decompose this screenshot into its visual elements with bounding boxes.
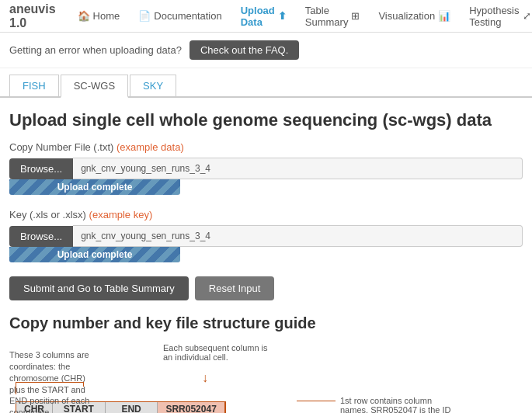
guide-annot-left: These 3 columns are coordinates: the chr… xyxy=(9,349,103,413)
home-icon: 🏠 xyxy=(78,10,90,22)
main-content: Upload single cell whole genome sequenci… xyxy=(0,98,532,413)
copy-number-upload-group: Copy Number File (.txt) (example data) B… xyxy=(9,141,523,195)
col-end: END xyxy=(105,402,158,413)
tab-fish[interactable]: FISH xyxy=(9,75,59,96)
brand: aneuvis 1.0 xyxy=(9,2,56,30)
doc-icon: 📄 xyxy=(138,10,151,22)
left-bracket xyxy=(16,382,84,394)
copy-number-label: Copy Number File (.txt) (example data) xyxy=(9,141,523,153)
nav-links: 🏠 Home 📄 Documentation Upload Data ⬆ Tab… xyxy=(70,2,532,31)
nav-visualization[interactable]: Visualization 📊 xyxy=(370,7,458,25)
key-example-link[interactable]: (example key) xyxy=(89,209,153,220)
key-filename: gnk_cnv_young_sen_runs_3_4 xyxy=(73,225,523,247)
copy-number-filename: gnk_cnv_young_sen_runs_3_4 xyxy=(73,158,523,179)
nav-upload-data[interactable]: Upload Data ⬆ xyxy=(233,2,294,31)
copy-number-upload-row: Browse... gnk_cnv_young_sen_runs_3_4 xyxy=(9,158,523,179)
copy-number-progress-bar: Upload complete xyxy=(9,179,180,195)
nav-home[interactable]: 🏠 Home xyxy=(70,7,128,25)
viz-icon: 📊 xyxy=(438,10,450,22)
copy-number-example-link[interactable]: (example data) xyxy=(116,141,184,153)
key-browse-button[interactable]: Browse... xyxy=(9,226,73,247)
key-progress-bar: Upload complete xyxy=(9,247,180,262)
guide-annot-mid: Each subsequent column is an individual … xyxy=(163,343,272,362)
table-icon: ⊞ xyxy=(351,10,360,22)
hyp-icon: ⤢ xyxy=(523,10,531,22)
key-upload-row: Browse... gnk_cnv_young_sen_runs_3_4 xyxy=(9,225,523,247)
copy-number-browse-button[interactable]: Browse... xyxy=(9,158,73,179)
nav-hypothesis-testing[interactable]: Hypothesis Testing ⤢ xyxy=(461,2,532,31)
tab-sc-wgs[interactable]: SC-WGS xyxy=(61,75,128,98)
faq-button[interactable]: Check out the FAQ. xyxy=(190,40,299,60)
submit-button[interactable]: Submit and Go to Table Summary xyxy=(9,276,189,300)
tab-sky[interactable]: SKY xyxy=(130,75,176,96)
col-srr: SRR052047 xyxy=(158,402,224,413)
guide-section: Copy number and key file structure guide… xyxy=(9,314,523,413)
action-buttons: Submit and Go to Table Summary Reset Inp… xyxy=(9,276,523,300)
down-arrow-icon: ↓ xyxy=(202,371,208,385)
nav-table-summary[interactable]: Table Summary ⊞ xyxy=(297,2,368,31)
guide-annot-right1: 1st row contains column names. SRR052047… xyxy=(297,396,452,413)
navbar: aneuvis 1.0 🏠 Home 📄 Documentation Uploa… xyxy=(0,0,532,33)
faq-bar: Getting an error when uploading data? Ch… xyxy=(0,33,532,68)
page-title: Upload single cell whole genome sequenci… xyxy=(9,110,523,130)
key-upload-status: Upload complete xyxy=(9,247,180,262)
reset-button[interactable]: Reset Input xyxy=(195,276,275,300)
key-label: Key (.xls or .xlsx) (example key) xyxy=(9,209,523,220)
guide-title: Copy number and key file structure guide xyxy=(9,314,523,332)
tabs: FISH SC-WGS SKY xyxy=(0,68,532,98)
faq-text: Getting an error when uploading data? xyxy=(9,44,182,56)
upload-icon: ⬆ xyxy=(278,10,287,22)
nav-documentation[interactable]: 📄 Documentation xyxy=(130,7,229,25)
key-upload-group: Key (.xls or .xlsx) (example key) Browse… xyxy=(9,209,523,262)
copy-number-upload-status: Upload complete xyxy=(9,179,180,195)
guide-wrapper: These 3 columns are coordinates: the chr… xyxy=(9,343,523,413)
